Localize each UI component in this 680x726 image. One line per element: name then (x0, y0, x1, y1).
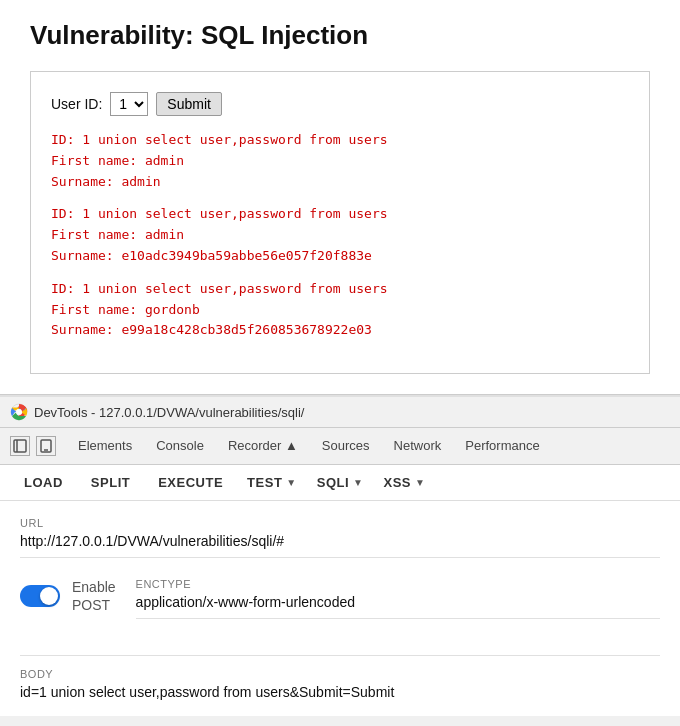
result-2-firstname: First name: admin (51, 225, 629, 246)
result-1-id: ID: 1 union select user,password from us… (51, 130, 629, 151)
toggle-section: Enable POST (20, 578, 116, 614)
split-button[interactable]: SPLIT (77, 465, 144, 500)
sqli-dropdown-arrow-icon: ▼ (353, 477, 363, 488)
enable-post-toggle[interactable] (20, 585, 60, 607)
result-2-surname: Surname: e10adc3949ba59abbe56e057f20f883… (51, 246, 629, 267)
device-icon-button[interactable] (36, 436, 56, 456)
enctype-value: application/x-www-form-urlencoded (136, 594, 660, 619)
submit-button[interactable]: Submit (156, 92, 222, 116)
toolbar: LOAD SPLIT EXECUTE TEST ▼ SQLI ▼ XSS ▼ (0, 465, 680, 501)
xss-dropdown-arrow-icon: ▼ (415, 477, 425, 488)
result-block-1: ID: 1 union select user,password from us… (51, 130, 629, 192)
devtools-title: DevTools - 127.0.0.1/DVWA/vulnerabilitie… (34, 405, 670, 420)
inspect-icon-button[interactable] (10, 436, 30, 456)
sqli-dropdown-button[interactable]: SQLI ▼ (307, 465, 374, 500)
result-block-2: ID: 1 union select user,password from us… (51, 204, 629, 266)
url-field-group: URL http://127.0.0.1/DVWA/vulnerabilitie… (20, 517, 660, 558)
tab-recorder[interactable]: Recorder ▲ (216, 430, 310, 463)
load-button[interactable]: LOAD (10, 465, 77, 500)
toggle-knob (40, 587, 58, 605)
result-1-surname: Surname: admin (51, 172, 629, 193)
main-panel: URL http://127.0.0.1/DVWA/vulnerabilitie… (0, 501, 680, 715)
result-block-3: ID: 1 union select user,password from us… (51, 279, 629, 341)
tab-performance[interactable]: Performance (453, 430, 551, 463)
result-3-firstname: First name: gordonb (51, 300, 629, 321)
form-row: User ID: 1 2 3 4 5 Submit (51, 92, 629, 116)
enctype-row: Enable POST enctype application/x-www-fo… (20, 578, 660, 634)
url-value: http://127.0.0.1/DVWA/vulnerabilities/sq… (20, 533, 660, 558)
enctype-label: enctype (136, 578, 660, 590)
devtools-bar: DevTools - 127.0.0.1/DVWA/vulnerabilitie… (0, 395, 680, 428)
svg-rect-5 (14, 440, 26, 452)
chrome-logo-icon (10, 403, 28, 421)
body-label: Body (20, 668, 660, 680)
user-id-label: User ID: (51, 96, 102, 112)
svg-point-4 (16, 409, 22, 415)
test-dropdown-arrow-icon: ▼ (286, 477, 296, 488)
page-title: Vulnerability: SQL Injection (30, 20, 650, 51)
url-label: URL (20, 517, 660, 529)
tab-sources[interactable]: Sources (310, 430, 382, 463)
tab-icon-group (10, 428, 56, 464)
body-value: id=1 union select user,password from use… (20, 684, 660, 700)
test-dropdown-button[interactable]: TEST ▼ (237, 465, 307, 500)
body-section: Body id=1 union select user,password fro… (20, 655, 660, 700)
tab-console[interactable]: Console (144, 430, 216, 463)
enctype-group: enctype application/x-www-form-urlencode… (136, 578, 660, 619)
result-3-surname: Surname: e99a18c428cb38d5f260853678922e0… (51, 320, 629, 341)
devtools-tabs: Elements Console Recorder ▲ Sources Netw… (0, 428, 680, 465)
tab-elements[interactable]: Elements (66, 430, 144, 463)
execute-button[interactable]: EXECUTE (144, 465, 237, 500)
browser-content: Vulnerability: SQL Injection User ID: 1 … (0, 0, 680, 395)
enable-post-label: Enable POST (72, 578, 116, 614)
page-body: User ID: 1 2 3 4 5 Submit ID: 1 union se… (30, 71, 650, 374)
xss-dropdown-button[interactable]: XSS ▼ (373, 465, 435, 500)
result-2-id: ID: 1 union select user,password from us… (51, 204, 629, 225)
result-1-firstname: First name: admin (51, 151, 629, 172)
tab-network[interactable]: Network (382, 430, 454, 463)
result-3-id: ID: 1 union select user,password from us… (51, 279, 629, 300)
user-id-select[interactable]: 1 2 3 4 5 (110, 92, 148, 116)
